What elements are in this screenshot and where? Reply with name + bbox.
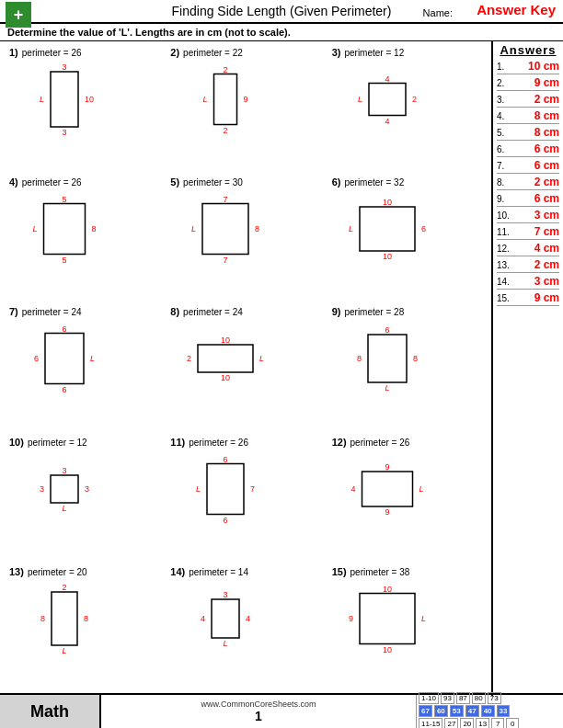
footer-center: www.CommonCoreSheets.com 1 [101, 695, 416, 728]
svg-text:7: 7 [224, 256, 228, 265]
answer-num: 5. [497, 128, 513, 138]
answer-num: 2. [497, 78, 513, 88]
svg-text:8: 8 [40, 614, 45, 623]
svg-rect-0 [51, 72, 78, 127]
problems-grid: 1) perimeter = 26 3 3 L 10 2) perimeter … [0, 41, 491, 696]
svg-text:2: 2 [412, 95, 417, 104]
svg-rect-10 [369, 84, 406, 116]
svg-text:10: 10 [383, 252, 392, 261]
problem-header: 9) perimeter = 28 [332, 306, 482, 317]
answer-num: 4. [497, 111, 513, 121]
answer-item: 12.4 cm [497, 242, 559, 256]
perimeter-text: perimeter = 30 [183, 177, 243, 188]
problem-diagram: 2 2 L 9 [170, 58, 281, 141]
svg-text:10: 10 [383, 198, 392, 207]
problem-diagram: 5 5 L 8 [9, 188, 120, 270]
problem-diagram: 6 L 8 8 [332, 317, 442, 400]
svg-text:2: 2 [224, 65, 228, 74]
answer-item: 13.2 cm [497, 258, 559, 273]
footer-url: www.CommonCoreSheets.com [201, 700, 316, 709]
stat-cell: 53 [450, 705, 464, 717]
answer-item: 15.9 cm [497, 291, 559, 306]
header: + Finding Side Length (Given Perimeter) … [0, 0, 563, 24]
problem-header: 2) perimeter = 22 [170, 47, 320, 58]
perimeter-text: perimeter = 12 [28, 438, 87, 448]
problem-header: 10) perimeter = 12 [9, 437, 159, 448]
stat-row-2: 67 60 53 47 40 33 [419, 705, 561, 717]
svg-text:6: 6 [62, 324, 66, 334]
svg-text:9: 9 [385, 507, 389, 517]
svg-text:3: 3 [62, 63, 66, 72]
answer-num: 1. [497, 62, 513, 72]
perimeter-text: perimeter = 20 [28, 567, 87, 577]
svg-text:3: 3 [224, 590, 228, 599]
answer-item: 6.6 cm [497, 142, 559, 157]
perimeter-text: perimeter = 28 [344, 307, 404, 317]
answer-val: 2 cm [513, 93, 559, 106]
svg-text:4: 4 [246, 614, 250, 623]
stat-cell: 40 [481, 705, 495, 717]
svg-text:5: 5 [62, 195, 66, 204]
svg-rect-70 [360, 593, 415, 643]
answer-val: 8 cm [513, 126, 559, 139]
answer-val: 6 cm [513, 142, 559, 155]
svg-text:2: 2 [224, 126, 228, 135]
svg-text:10: 10 [383, 644, 392, 654]
svg-text:9: 9 [349, 614, 353, 623]
problem-9: 9) perimeter = 28 6 L 8 8 [328, 304, 486, 415]
answer-item: 10.3 cm [497, 209, 559, 223]
answer-num: 11. [497, 227, 513, 237]
problem-13: 13) perimeter = 20 2 L 8 8 [6, 564, 163, 675]
answer-item: 1.10 cm [497, 60, 559, 74]
svg-text:3: 3 [40, 484, 44, 494]
perimeter-text: perimeter = 26 [189, 438, 248, 448]
problem-header: 13) perimeter = 20 [9, 566, 159, 577]
answer-val: 7 cm [513, 225, 559, 238]
problem-num: 13) [9, 566, 24, 577]
svg-rect-15 [44, 204, 86, 255]
answer-val: 10 cm [513, 60, 559, 73]
svg-rect-50 [207, 463, 244, 514]
svg-text:L: L [62, 504, 66, 513]
problem-7: 7) perimeter = 24 6 6 6 L [6, 304, 163, 415]
answer-val: 2 cm [513, 258, 559, 271]
perimeter-text: perimeter = 22 [183, 48, 243, 58]
svg-text:6: 6 [224, 515, 228, 524]
perimeter-text: perimeter = 24 [183, 307, 243, 317]
svg-rect-25 [360, 207, 415, 251]
stat-cell: 20 [460, 718, 474, 728]
problem-num: 7) [9, 306, 18, 317]
problem-8: 8) perimeter = 24 10 10 2 L [167, 304, 324, 415]
name-label: Name: [423, 7, 453, 18]
answer-item: 8.2 cm [497, 176, 559, 190]
answer-val: 4 cm [513, 242, 559, 255]
problem-num: 2) [170, 47, 179, 58]
stat-cell: 60 [434, 705, 448, 717]
svg-text:L: L [203, 95, 208, 104]
stat-cell: 11-15 [419, 718, 442, 728]
problem-diagram: 10 10 2 L [170, 317, 281, 400]
svg-text:6: 6 [62, 385, 66, 394]
footer: Math www.CommonCoreSheets.com 1 1-10 93 … [0, 693, 563, 728]
svg-rect-20 [202, 204, 248, 255]
footer-math-label: Math [0, 695, 101, 728]
stat-cell: 1-10 [419, 692, 439, 704]
problem-1: 1) perimeter = 26 3 3 L 10 [6, 45, 163, 155]
svg-text:3: 3 [62, 466, 66, 475]
svg-text:L: L [40, 95, 44, 104]
problem-12: 12) perimeter = 26 9 9 4 L [328, 435, 486, 545]
problem-diagram: 10 10 9 L [332, 577, 442, 660]
answer-item: 7.6 cm [497, 159, 559, 174]
problem-header: 4) perimeter = 26 [9, 176, 159, 188]
perimeter-text: perimeter = 12 [344, 48, 404, 58]
svg-text:4: 4 [350, 484, 355, 494]
answer-val: 9 cm [513, 291, 559, 304]
answer-num: 9. [497, 194, 513, 204]
stat-cell: 33 [497, 705, 511, 717]
footer-stats: 1-10 93 87 80 73 67 60 53 47 40 33 11-15… [416, 695, 563, 728]
answer-val: 6 cm [513, 192, 559, 205]
perimeter-text: perimeter = 24 [22, 307, 82, 317]
answer-num: 13. [497, 260, 513, 270]
stat-cell: 87 [456, 692, 470, 704]
svg-text:L: L [259, 354, 264, 363]
